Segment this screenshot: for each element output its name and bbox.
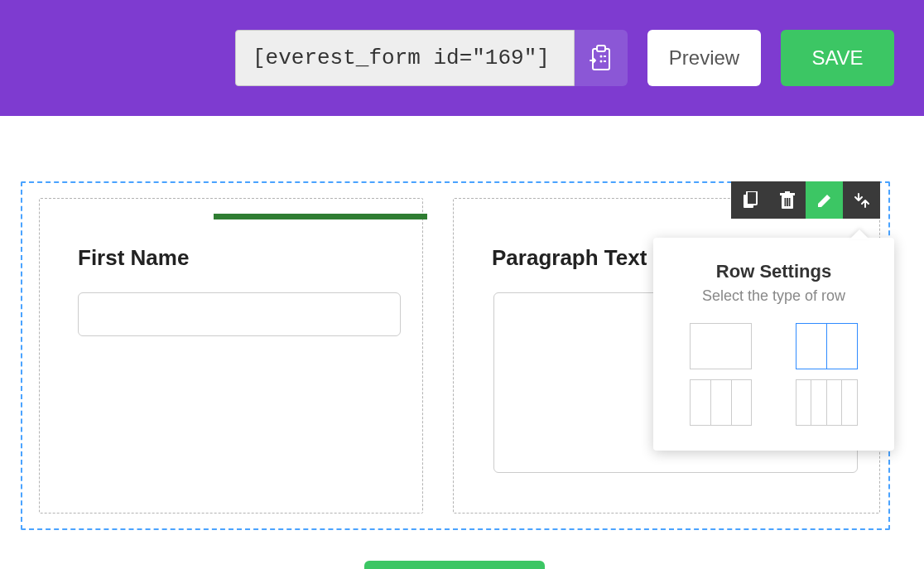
svg-rect-11 [784,198,786,206]
row-option-1col[interactable] [690,323,752,369]
top-header: Preview SAVE [0,0,924,116]
duplicate-icon [742,191,758,210]
row-toolbar [731,181,880,219]
shortcode-wrap [235,30,628,86]
form-builder-row[interactable]: First Name [21,181,890,530]
svg-rect-13 [788,198,790,206]
svg-rect-7 [747,191,757,205]
save-button[interactable]: SAVE [781,30,894,86]
row-option-2col[interactable] [796,323,858,369]
row-settings-popover: Row Settings Select the type of row [653,238,894,451]
edit-icon [816,192,833,209]
drop-indicator [214,214,427,219]
duplicate-row-button[interactable] [731,181,768,219]
svg-rect-12 [787,198,788,206]
field-label: First Name [78,245,401,271]
svg-rect-10 [785,191,790,194]
builder-column-2[interactable]: Row Settings Select the type of row Para… [453,198,880,514]
row-settings-button[interactable] [843,181,880,219]
builder-column-1[interactable]: First Name [39,198,423,514]
svg-rect-1 [597,46,605,51]
row-type-options [673,323,874,426]
delete-row-button[interactable] [768,181,806,219]
copy-shortcode-button[interactable] [575,30,628,86]
row-option-4col[interactable] [796,379,858,426]
preview-button[interactable]: Preview [647,30,761,86]
shortcode-input[interactable] [235,30,575,86]
edit-row-button[interactable] [806,181,843,219]
svg-point-3 [600,60,603,63]
trash-icon [779,191,796,210]
row-option-3col[interactable] [690,379,752,426]
first-name-input[interactable] [78,292,401,336]
submit-button-peek[interactable] [364,561,545,569]
clipboard-icon [589,44,614,72]
popover-title: Row Settings [673,261,874,282]
popover-subtitle: Select the type of row [673,287,874,305]
row-settings-icon [854,192,870,209]
svg-point-2 [600,55,603,58]
